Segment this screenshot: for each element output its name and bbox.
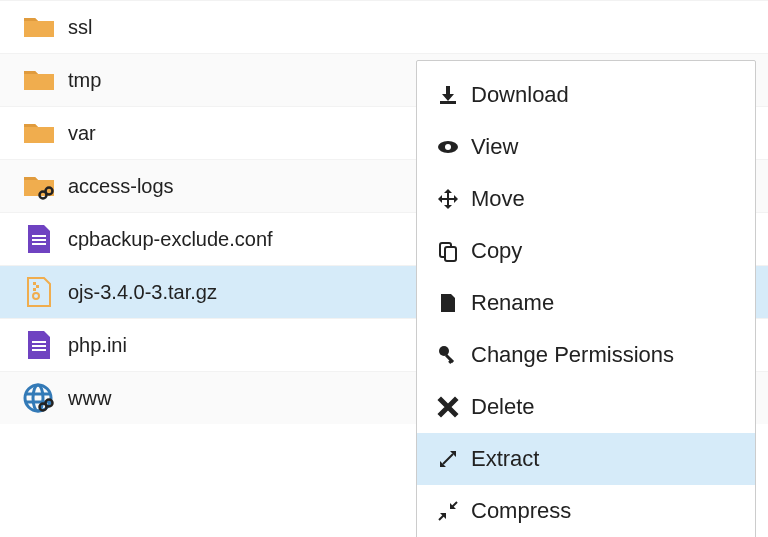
- file-name: www: [68, 387, 111, 410]
- key-icon: [437, 344, 471, 366]
- menu-label: Compress: [471, 498, 571, 524]
- menu-item-view[interactable]: View: [417, 121, 755, 173]
- eye-icon: [437, 136, 471, 158]
- file-icon: [437, 292, 471, 314]
- menu-label: Delete: [471, 394, 535, 420]
- download-icon: [437, 84, 471, 106]
- context-menu: Download View Move Copy Rename Change Pe…: [416, 60, 756, 537]
- file-name: tmp: [68, 69, 101, 92]
- text-file-icon: [10, 329, 68, 361]
- globe-link-icon: [10, 382, 68, 414]
- archive-file-icon: [10, 276, 68, 308]
- folder-link-icon: [10, 170, 68, 202]
- file-name: ssl: [68, 16, 92, 39]
- folder-icon: [10, 64, 68, 96]
- extract-icon: [437, 448, 471, 470]
- menu-label: Change Permissions: [471, 342, 674, 368]
- file-name: var: [68, 122, 96, 145]
- menu-item-copy[interactable]: Copy: [417, 225, 755, 277]
- copy-icon: [437, 240, 471, 262]
- menu-item-move[interactable]: Move: [417, 173, 755, 225]
- file-name: php.ini: [68, 334, 127, 357]
- text-file-icon: [10, 223, 68, 255]
- file-name: access-logs: [68, 175, 174, 198]
- menu-item-compress[interactable]: Compress: [417, 485, 755, 537]
- menu-label: Copy: [471, 238, 522, 264]
- file-row[interactable]: ssl: [0, 0, 768, 53]
- menu-label: View: [471, 134, 518, 160]
- menu-item-download[interactable]: Download: [417, 69, 755, 121]
- delete-icon: [437, 396, 471, 418]
- menu-item-delete[interactable]: Delete: [417, 381, 755, 433]
- folder-icon: [10, 11, 68, 43]
- folder-icon: [10, 117, 68, 149]
- move-icon: [437, 188, 471, 210]
- compress-icon: [437, 500, 471, 522]
- menu-label: Rename: [471, 290, 554, 316]
- menu-item-extract[interactable]: Extract: [417, 433, 755, 485]
- file-name: ojs-3.4.0-3.tar.gz: [68, 281, 217, 304]
- menu-item-permissions[interactable]: Change Permissions: [417, 329, 755, 381]
- menu-label: Download: [471, 82, 569, 108]
- file-name: cpbackup-exclude.conf: [68, 228, 273, 251]
- menu-label: Move: [471, 186, 525, 212]
- menu-label: Extract: [471, 446, 539, 472]
- menu-item-rename[interactable]: Rename: [417, 277, 755, 329]
